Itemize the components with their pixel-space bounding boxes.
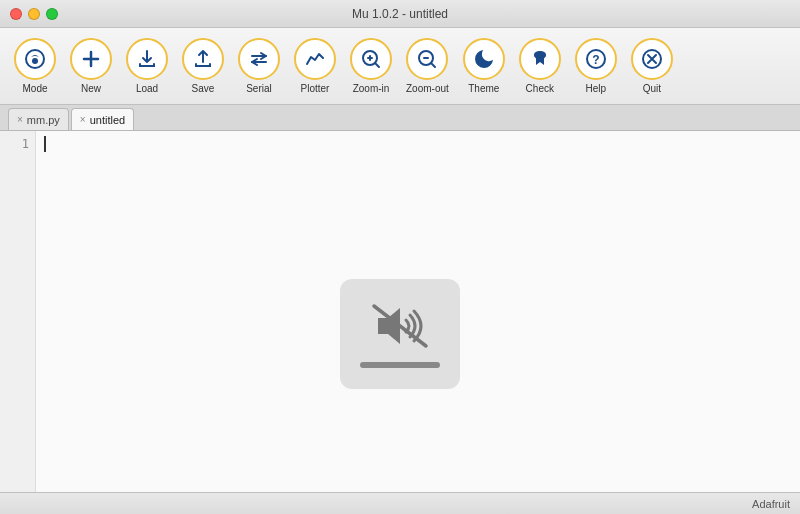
svg-text:?: ? bbox=[592, 53, 599, 67]
tab-untitled[interactable]: × untitled bbox=[71, 108, 134, 130]
serial-button[interactable]: Serial bbox=[232, 34, 286, 98]
theme-label: Theme bbox=[468, 83, 499, 94]
check-label: Check bbox=[526, 83, 554, 94]
svg-point-1 bbox=[32, 58, 38, 64]
toolbar: Mode New Load Save bbox=[0, 28, 800, 105]
tab-mm-py-close[interactable]: × bbox=[17, 115, 23, 125]
serial-icon bbox=[238, 38, 280, 80]
serial-label: Serial bbox=[246, 83, 272, 94]
tab-mm-py-label: mm.py bbox=[27, 114, 60, 126]
check-button[interactable]: Check bbox=[513, 34, 567, 98]
tabs-bar: × mm.py × untitled bbox=[0, 105, 800, 131]
plotter-button[interactable]: Plotter bbox=[288, 34, 342, 98]
theme-icon bbox=[463, 38, 505, 80]
mode-label: Mode bbox=[22, 83, 47, 94]
tab-untitled-label: untitled bbox=[90, 114, 125, 126]
zoomin-button[interactable]: Zoom-in bbox=[344, 34, 398, 98]
help-label: Help bbox=[586, 83, 607, 94]
muted-icon bbox=[368, 300, 432, 352]
editor-area: 1 bbox=[0, 131, 800, 492]
new-label: New bbox=[81, 83, 101, 94]
muted-overlay bbox=[340, 279, 460, 389]
new-button[interactable]: New bbox=[64, 34, 118, 98]
line-numbers: 1 bbox=[0, 131, 36, 492]
close-button[interactable] bbox=[10, 8, 22, 20]
zoomin-label: Zoom-in bbox=[353, 83, 390, 94]
text-cursor bbox=[44, 136, 46, 152]
window-title: Mu 1.0.2 - untitled bbox=[352, 7, 448, 21]
mode-icon bbox=[14, 38, 56, 80]
help-button[interactable]: ? Help bbox=[569, 34, 623, 98]
zoomout-icon bbox=[406, 38, 448, 80]
zoomin-icon bbox=[350, 38, 392, 80]
svg-line-7 bbox=[375, 63, 379, 67]
check-icon bbox=[519, 38, 561, 80]
title-bar: Mu 1.0.2 - untitled bbox=[0, 0, 800, 28]
plotter-label: Plotter bbox=[301, 83, 330, 94]
svg-line-10 bbox=[431, 63, 435, 67]
tab-untitled-close[interactable]: × bbox=[80, 115, 86, 125]
mode-button[interactable]: Mode bbox=[8, 34, 62, 98]
load-button[interactable]: Load bbox=[120, 34, 174, 98]
window-controls bbox=[10, 8, 58, 20]
save-icon bbox=[182, 38, 224, 80]
zoomout-button[interactable]: Zoom-out bbox=[400, 34, 455, 98]
new-icon bbox=[70, 38, 112, 80]
cursor-line bbox=[44, 135, 792, 153]
line-number-1: 1 bbox=[0, 135, 29, 153]
muted-bar bbox=[360, 362, 440, 368]
minimize-button[interactable] bbox=[28, 8, 40, 20]
tab-mm-py[interactable]: × mm.py bbox=[8, 108, 69, 130]
quit-icon bbox=[631, 38, 673, 80]
load-label: Load bbox=[136, 83, 158, 94]
save-button[interactable]: Save bbox=[176, 34, 230, 98]
theme-button[interactable]: Theme bbox=[457, 34, 511, 98]
status-text: Adafruit bbox=[752, 498, 790, 510]
help-icon: ? bbox=[575, 38, 617, 80]
save-label: Save bbox=[192, 83, 215, 94]
quit-button[interactable]: Quit bbox=[625, 34, 679, 98]
load-icon bbox=[126, 38, 168, 80]
status-bar: Adafruit bbox=[0, 492, 800, 514]
zoomout-label: Zoom-out bbox=[406, 83, 449, 94]
plotter-icon bbox=[294, 38, 336, 80]
maximize-button[interactable] bbox=[46, 8, 58, 20]
quit-label: Quit bbox=[643, 83, 661, 94]
